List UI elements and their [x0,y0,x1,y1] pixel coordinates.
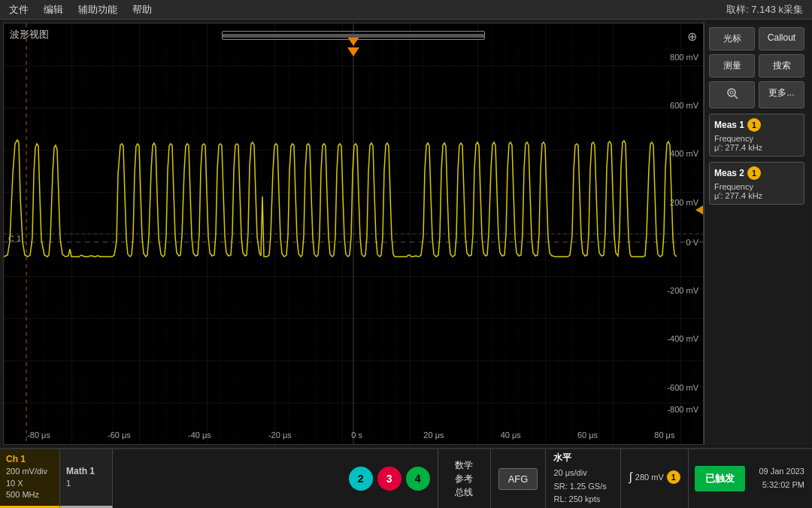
menu-help[interactable]: 帮助 [132,3,152,17]
ch3-button[interactable]: 3 [377,467,401,491]
voltage-label-n800: -800 mV [667,405,698,414]
horizontal-rl: RL: 250 kpts [553,493,613,506]
ch1-block[interactable]: Ch 1 200 mV/div 10 X 500 MHz [0,449,60,508]
datetime-block: 09 Jan 2023 5:32:02 PM [751,449,812,508]
time-label-p80: 80 μs [654,430,674,440]
horizontal-div: 20 μs/div [553,467,613,480]
zoom-more-row: 更多... [709,81,804,108]
svg-line-10 [735,96,738,99]
afg-button[interactable]: AFG [498,468,538,490]
time-label-p20: 20 μs [423,430,444,440]
date-display: 09 Jan 2023 [759,465,804,479]
bottom-spacer [113,449,341,508]
voltage-label-800: 800 mV [670,53,698,62]
menu-edit[interactable]: 编辑 [44,3,63,17]
scroll-indicator[interactable] [222,31,485,40]
voltage-label-200: 200 mV [670,198,698,207]
time-label-p60: 60 μs [577,430,598,440]
meas2-title: Meas 2 1 [714,166,799,180]
cursor-callout-row: 光标 Callout [709,27,804,50]
measure-search-row: 测量 搜索 [709,54,804,78]
math-ref-bus-section[interactable]: 数学 参考 总线 [438,449,491,508]
meas1-title: Meas 1 1 [714,118,799,132]
meas1-value: μ': 277.4 kHz [714,143,799,152]
voltage-label-600: 600 mV [670,101,698,110]
more-button[interactable]: 更多... [759,81,804,108]
time-label-p40: 40 μs [501,430,521,440]
horizontal-section: 水平 20 μs/div SR: 1.25 GS/s RL: 250 kpts [546,449,621,508]
math1-label: Math 1 [66,466,106,476]
meas2-ch-dot: 1 [747,166,761,180]
c1-channel-marker: C 1 [8,234,21,243]
ch1-bandwidth: 500 MHz [6,489,53,500]
ch4-button[interactable]: 4 [406,467,430,491]
ch1-label: Ch 1 [6,454,53,464]
time-label-n40: -40 μs [188,430,211,440]
time-label-n20: -20 μs [268,430,292,440]
menu-file[interactable]: 文件 [9,3,29,17]
voltage-label-0: 0 V [686,238,698,247]
ch1-probe: 10 X [6,478,53,489]
time-label-n80: -80 μs [27,430,50,440]
search-button[interactable]: 搜索 [759,54,804,78]
waveform-canvas [4,23,703,444]
afg-section: AFG [491,449,547,508]
zoom-icon [726,87,739,100]
waveform-label: 波形视图 [10,28,49,41]
meas1-label: Meas 1 [714,120,744,130]
menu-items: 文件 编辑 辅助功能 帮助 [9,3,152,17]
voltage-label-n600: -600 mV [667,383,698,392]
horizontal-title: 水平 [553,451,613,465]
time-label-n60: -60 μs [108,430,131,440]
ch2-button[interactable]: 2 [349,467,373,491]
ch1-div: 200 mV/div [6,466,53,477]
callout-button[interactable]: Callout [759,27,804,50]
meas2-label: Meas 2 [714,168,744,178]
top-menu-bar: 文件 编辑 辅助功能 帮助 取样: 7.143 k采集 [0,0,812,20]
triggered-button[interactable]: 已触发 [695,466,745,491]
magnifier-icon[interactable]: ⊕ [687,29,697,44]
cursor-button[interactable]: 光标 [709,27,755,50]
voltage-label-n200: -200 mV [667,286,698,295]
waveform-area: 波形视图 [3,23,704,445]
meas2-box: Meas 2 1 Frequency μ': 277.4 kHz [709,162,804,205]
meas2-value: μ': 277.4 kHz [714,191,799,200]
trigger-value: 280 mV [635,473,664,482]
main-layout: 波形视图 [0,20,812,448]
menu-tools[interactable]: 辅助功能 [78,3,117,17]
meas1-box: Meas 1 1 Frequency μ': 277.4 kHz [709,114,804,157]
right-panel: 光标 Callout 测量 搜索 更多... Meas 1 1 Frequen [704,23,809,445]
voltage-label-n400: -400 mV [667,334,698,343]
zoom-button[interactable] [709,81,755,108]
bottom-bar: Ch 1 200 mV/div 10 X 500 MHz Math 1 1 2 … [0,448,812,508]
voltage-label-400: 400 mV [670,149,698,158]
svg-point-9 [730,91,733,94]
channel-num-buttons: 2 3 4 [341,449,438,508]
math1-value: 1 [66,478,106,489]
math1-block[interactable]: Math 1 1 [60,449,113,508]
measure-button[interactable]: 测量 [709,54,755,78]
horizontal-sr: SR: 1.25 GS/s [553,480,613,494]
time-label-0: 0 s [351,430,362,440]
meas2-param: Frequency [714,182,799,191]
trigger-ch-dot: 1 [667,470,680,484]
svg-point-8 [728,89,735,96]
trigger-icon: ∫ [629,470,632,484]
meas1-ch-dot: 1 [747,118,761,132]
triggered-container: 已触发 [689,449,751,508]
trigger-section: ∫ 280 mV 1 [621,449,689,508]
sample-info: 取样: 7.143 k采集 [726,3,803,17]
math-ref-bus-label: 数学 参考 总线 [455,458,473,499]
time-display: 5:32:02 PM [762,479,804,492]
meas1-param: Frequency [714,134,799,143]
